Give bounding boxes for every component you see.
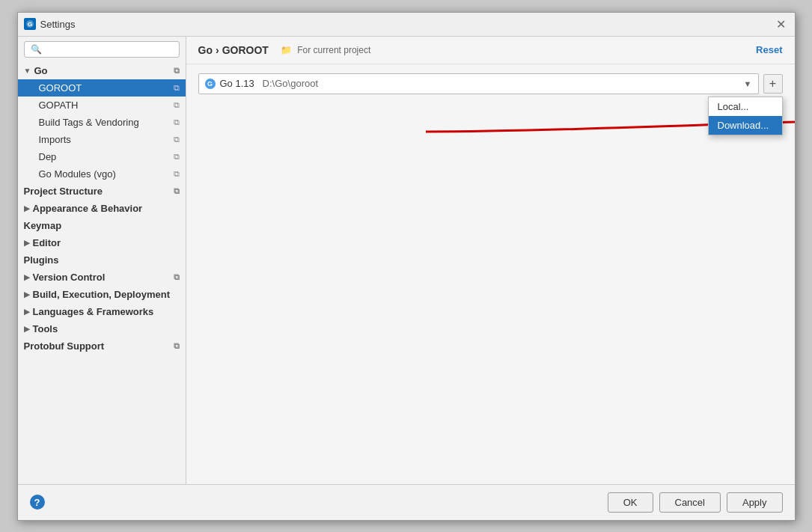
breadcrumb-go: Go <box>198 44 213 56</box>
nav-section: ▼ Go ⧉ GOROOT ⧉ GOPATH ⧉ Build Tags & Ve… <box>18 62 186 355</box>
panel-body: G Go 1.13 D:\Go\goroot ▼ + <box>186 64 795 484</box>
svg-text:G: G <box>27 21 31 28</box>
breadcrumb: Go › GOROOT <box>198 44 269 56</box>
sidebar-item-editor-label: Editor <box>33 237 61 248</box>
sidebar-item-appearance-behavior-label: Appearance & Behavior <box>33 203 143 214</box>
copy-icon: ⧉ <box>174 169 180 179</box>
dropdown-menu: Local... Download... <box>708 97 783 135</box>
settings-window: G Settings ✕ 🔍 ▼ Go ⧉ <box>17 12 796 521</box>
copy-icon: ⧉ <box>174 341 180 351</box>
help-button[interactable]: ? <box>30 495 45 510</box>
sidebar-item-build-execution[interactable]: ▶ Build, Execution, Deployment <box>18 286 186 303</box>
sidebar-item-protobuf-label: Protobuf Support <box>24 340 105 352</box>
sidebar-item-build-tags-label: Build Tags & Vendoring <box>39 117 139 128</box>
cancel-button[interactable]: Cancel <box>659 492 721 513</box>
main-content: 🔍 ▼ Go ⧉ GOROOT ⧉ GOPATH <box>18 37 795 484</box>
project-icon: 📁 <box>281 45 292 55</box>
app-icon: G <box>24 18 36 30</box>
sidebar-item-go[interactable]: ▼ Go ⧉ <box>18 62 186 79</box>
add-button-container: + Local... Download... <box>763 74 783 94</box>
copy-icon: ⧉ <box>174 135 180 144</box>
title-bar: G Settings ✕ <box>18 13 795 37</box>
sidebar-item-imports-label: Imports <box>39 134 71 145</box>
chevron-right-icon: ▶ <box>24 325 30 333</box>
search-icon: 🔍 <box>31 44 42 55</box>
go-sdk-label: Go 1.13 D:\Go\goroot <box>220 78 739 89</box>
sidebar-item-dep[interactable]: Dep ⧉ <box>18 148 186 165</box>
sidebar-item-go-modules[interactable]: Go Modules (vgo) ⧉ <box>18 165 186 183</box>
sidebar-item-version-control-label: Version Control <box>33 272 106 283</box>
sidebar-item-go-modules-label: Go Modules (vgo) <box>39 168 116 180</box>
copy-icon: ⧉ <box>174 66 180 76</box>
search-box[interactable]: 🔍 <box>24 41 180 58</box>
sidebar-item-build-tags[interactable]: Build Tags & Vendoring ⧉ <box>18 114 186 131</box>
sidebar-item-gopath[interactable]: GOPATH ⧉ <box>18 97 186 114</box>
sidebar-item-build-execution-label: Build, Execution, Deployment <box>33 289 170 300</box>
chevron-right-icon: ▶ <box>24 204 30 213</box>
goroot-row: G Go 1.13 D:\Go\goroot ▼ + <box>198 73 783 94</box>
chevron-down-icon: ▼ <box>744 79 752 88</box>
copy-icon: ⧉ <box>174 100 180 110</box>
for-current-project-label: 📁 For current project <box>281 45 370 55</box>
bottom-bar: ? OK Cancel Apply <box>18 484 795 520</box>
chevron-right-icon: ▶ <box>24 239 30 247</box>
sidebar-item-go-label: Go <box>34 65 47 76</box>
sidebar-item-tools-label: Tools <box>33 323 58 334</box>
copy-icon: ⧉ <box>174 83 180 93</box>
sidebar-item-editor[interactable]: ▶ Editor <box>18 234 186 251</box>
add-button[interactable]: + <box>763 74 783 94</box>
panel-header: Go › GOROOT 📁 For current project Reset <box>186 37 795 64</box>
sidebar-item-plugins-label: Plugins <box>24 254 59 266</box>
title-bar-left: G Settings <box>24 18 76 30</box>
apply-button[interactable]: Apply <box>727 492 783 513</box>
sidebar-item-version-control[interactable]: ▶ Version Control ⧉ <box>18 269 186 286</box>
sidebar-item-plugins[interactable]: Plugins <box>18 251 186 269</box>
copy-icon: ⧉ <box>174 117 180 127</box>
sidebar-item-languages-frameworks[interactable]: ▶ Languages & Frameworks <box>18 303 186 320</box>
sidebar-item-project-structure-label: Project Structure <box>24 186 103 197</box>
sidebar-item-appearance-behavior[interactable]: ▶ Appearance & Behavior <box>18 200 186 217</box>
copy-icon: ⧉ <box>174 152 180 162</box>
go-sdk-icon: G <box>205 79 216 89</box>
goroot-select[interactable]: G Go 1.13 D:\Go\goroot ▼ <box>198 73 759 94</box>
sidebar-item-dep-label: Dep <box>39 151 57 162</box>
breadcrumb-goroot: GOROOT <box>222 44 269 56</box>
ok-button[interactable]: OK <box>608 492 653 513</box>
chevron-right-icon: ▶ <box>24 273 30 281</box>
dropdown-item-local[interactable]: Local... <box>709 97 782 116</box>
sidebar-item-keymap[interactable]: Keymap <box>18 217 186 234</box>
copy-icon: ⧉ <box>174 272 180 282</box>
close-button[interactable]: ✕ <box>774 16 789 31</box>
dropdown-item-download[interactable]: Download... <box>709 116 782 135</box>
search-input[interactable] <box>45 44 173 55</box>
sidebar-item-gopath-label: GOPATH <box>39 100 79 111</box>
chevron-right-icon: ▶ <box>24 308 30 316</box>
action-buttons: OK Cancel Apply <box>608 492 783 513</box>
sidebar-item-project-structure[interactable]: Project Structure ⧉ <box>18 183 186 200</box>
sidebar-item-keymap-label: Keymap <box>24 220 62 231</box>
sidebar-item-goroot[interactable]: GOROOT ⧉ <box>18 79 186 97</box>
right-panel: Go › GOROOT 📁 For current project Reset … <box>186 37 795 484</box>
chevron-right-icon: ▶ <box>24 290 30 299</box>
sidebar: 🔍 ▼ Go ⧉ GOROOT ⧉ GOPATH <box>18 37 186 484</box>
breadcrumb-separator: › <box>216 44 219 56</box>
copy-icon: ⧉ <box>174 186 180 196</box>
sidebar-item-imports[interactable]: Imports ⧉ <box>18 131 186 148</box>
window-title: Settings <box>40 19 76 30</box>
chevron-down-icon: ▼ <box>24 67 31 75</box>
sidebar-item-tools[interactable]: ▶ Tools <box>18 320 186 337</box>
sidebar-item-languages-frameworks-label: Languages & Frameworks <box>33 306 154 317</box>
sidebar-item-goroot-label: GOROOT <box>39 82 82 94</box>
sidebar-item-protobuf[interactable]: Protobuf Support ⧉ <box>18 337 186 355</box>
reset-button[interactable]: Reset <box>756 44 782 55</box>
